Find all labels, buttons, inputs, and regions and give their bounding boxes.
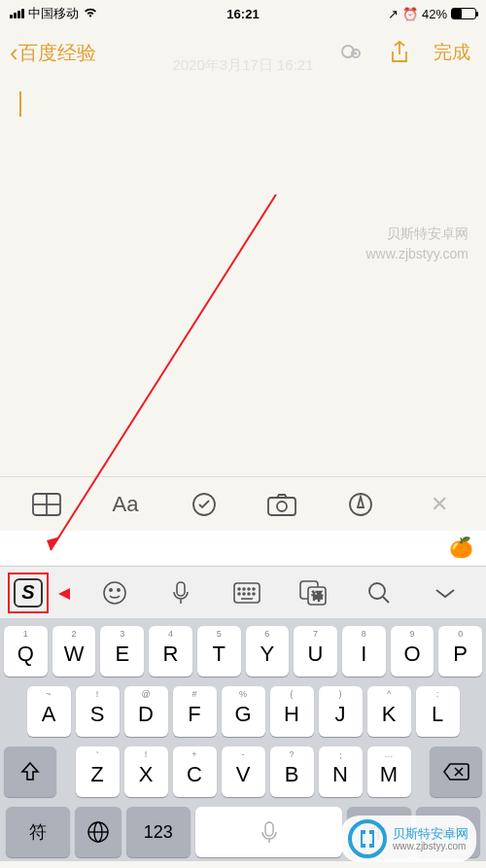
battery-icon [451, 8, 476, 19]
key-e[interactable]: 3E [100, 626, 144, 677]
svg-point-17 [238, 588, 240, 590]
key-n[interactable]: ；N [319, 746, 363, 797]
note-timestamp: 2020年3月17日 16:21 [0, 56, 486, 75]
key-i[interactable]: 8I [342, 626, 386, 677]
close-keyboard-button[interactable]: ✕ [420, 485, 459, 524]
shift-key[interactable] [4, 746, 56, 797]
key-g[interactable]: %G [222, 686, 265, 737]
key-w[interactable]: 2W [52, 626, 96, 677]
key-f[interactable]: #F [173, 686, 217, 737]
key-l[interactable]: :L [416, 686, 460, 737]
key-d[interactable]: @D [124, 686, 168, 737]
svg-point-13 [110, 588, 112, 590]
key-q[interactable]: 1Q [4, 626, 48, 677]
status-time: 16:21 [226, 7, 259, 21]
note-editor[interactable] [0, 78, 486, 476]
key-k[interactable]: ^K [367, 686, 411, 737]
search-icon[interactable] [361, 574, 398, 611]
notes-toolbar: Aa ✕ [0, 476, 486, 531]
key-o[interactable]: 9O [391, 626, 434, 677]
svg-line-30 [383, 597, 389, 603]
svg-point-29 [369, 583, 385, 599]
footer-logo-icon [348, 819, 387, 858]
key-j[interactable]: )J [319, 686, 363, 737]
emoji-icon[interactable] [96, 574, 133, 611]
keyboard-row-2: ~A!S@D#F%G(H)J^K:L [4, 686, 482, 737]
globe-key[interactable] [75, 807, 122, 857]
svg-point-10 [277, 502, 287, 511]
keyboard-row-3: 'Z!X+C-V?B；N…M [4, 746, 482, 797]
svg-point-23 [248, 593, 250, 595]
symbol-key[interactable]: 符 [6, 807, 70, 857]
collapse-icon[interactable] [427, 574, 464, 611]
svg-rect-36 [265, 822, 273, 836]
svg-point-18 [243, 588, 245, 590]
keyboard-row-1: 1Q2W3E4R5T6Y7U8I9O0P [4, 626, 482, 677]
status-bar: 中国移动 16:21 ↗ ⏰ 42% [0, 0, 486, 27]
camera-button[interactable] [262, 485, 301, 524]
table-button[interactable] [27, 485, 66, 524]
markup-button[interactable] [341, 485, 380, 524]
key-c[interactable]: +C [173, 746, 217, 797]
key-v[interactable]: -V [222, 746, 265, 797]
svg-point-12 [104, 582, 125, 604]
emoji-suggestion-strip: 🍊 [0, 531, 486, 566]
format-button[interactable]: Aa [106, 485, 145, 524]
translate-icon[interactable]: 译 [295, 574, 331, 611]
battery-pct: 42% [422, 7, 447, 21]
sogou-logo-button[interactable]: S [8, 573, 49, 613]
carrier-label: 中国移动 [28, 5, 79, 22]
key-x[interactable]: !X [124, 746, 168, 797]
wifi-icon [83, 7, 98, 21]
status-left: 中国移动 [10, 5, 98, 22]
key-r[interactable]: 4R [149, 626, 192, 677]
sogou-s-icon: S [14, 578, 43, 608]
svg-point-21 [238, 593, 240, 595]
footer-name: 贝斯特安卓网 [393, 826, 469, 842]
watermark: 贝斯特安卓网 www.zjbstyy.com [365, 224, 469, 264]
keyboard-switch-icon[interactable] [228, 574, 265, 611]
checklist-button[interactable] [185, 485, 224, 524]
emoji-suggestion[interactable]: 🍊 [449, 536, 474, 561]
key-u[interactable]: 7U [294, 626, 337, 677]
svg-point-19 [248, 588, 250, 590]
footer-watermark: 贝斯特安卓网 www.zjbstyy.com [340, 816, 476, 862]
key-t[interactable]: 5T [197, 626, 241, 677]
key-p[interactable]: 0P [438, 626, 482, 677]
svg-point-2 [355, 52, 358, 55]
backspace-key[interactable] [430, 746, 482, 797]
key-y[interactable]: 6Y [246, 626, 290, 677]
signal-icon [10, 9, 24, 18]
alarm-icon: ⏰ [402, 7, 418, 21]
key-z[interactable]: 'Z [76, 746, 120, 797]
key-b[interactable]: ?B [270, 746, 314, 797]
status-right: ↗ ⏰ 42% [388, 7, 476, 21]
share-icon: ↗ [388, 7, 399, 21]
svg-point-14 [118, 588, 120, 590]
svg-point-20 [253, 588, 255, 590]
svg-point-22 [243, 593, 245, 595]
text-cursor [19, 91, 21, 117]
svg-text:译: 译 [312, 590, 323, 602]
key-a[interactable]: ~A [27, 686, 71, 737]
key-m[interactable]: …M [367, 746, 411, 797]
footer-url: www.zjbstyy.com [393, 841, 469, 851]
svg-point-24 [253, 593, 255, 595]
voice-icon[interactable] [162, 574, 199, 611]
key-h[interactable]: (H [270, 686, 314, 737]
svg-rect-15 [177, 582, 185, 596]
space-key[interactable] [195, 807, 343, 857]
number-key[interactable]: 123 [126, 807, 191, 857]
key-s[interactable]: !S [76, 686, 120, 737]
ime-toolbar: S 译 [0, 566, 486, 618]
svg-rect-9 [268, 498, 295, 515]
